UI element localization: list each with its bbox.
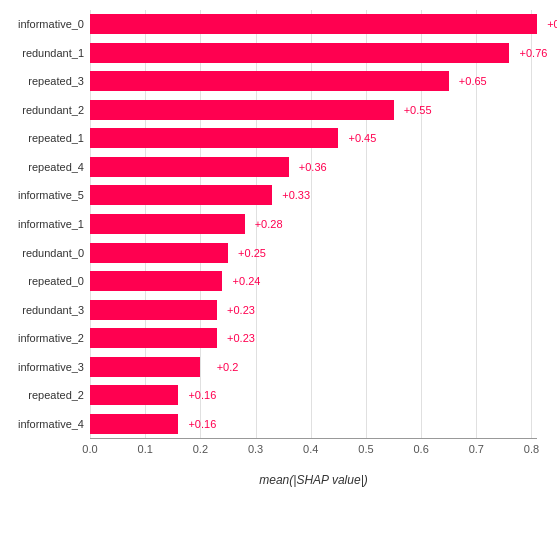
bar-row: redundant_3+0.23: [90, 295, 537, 324]
bar-value: +0.23: [227, 332, 255, 344]
bar-fill: +0.45: [90, 128, 338, 148]
bar-label: repeated_3: [0, 75, 90, 87]
bar-row: repeated_2+0.16: [90, 381, 537, 410]
x-axis-label: mean(|SHAP value|): [90, 473, 537, 487]
x-tick: 0.2: [193, 443, 208, 455]
bar-label: informative_2: [0, 332, 90, 344]
bar-track: +0.36: [90, 157, 537, 177]
bar-fill: +0.28: [90, 214, 245, 234]
bar-value: +0.81: [547, 18, 557, 30]
bar-label: repeated_2: [0, 389, 90, 401]
bar-row: redundant_1+0.76: [90, 39, 537, 68]
x-tick: 0.8: [524, 443, 539, 455]
bar-value: +0.45: [348, 132, 376, 144]
bar-track: +0.16: [90, 385, 537, 405]
bar-row: informative_5+0.33: [90, 181, 537, 210]
bar-value: +0.16: [188, 389, 216, 401]
bar-fill: +0.33: [90, 185, 272, 205]
bar-value: +0.23: [227, 304, 255, 316]
bar-label: redundant_1: [0, 47, 90, 59]
bar-fill: +0.55: [90, 100, 394, 120]
bar-label: redundant_3: [0, 304, 90, 316]
x-tick: 0.6: [413, 443, 428, 455]
bar-row: repeated_3+0.65: [90, 67, 537, 96]
bar-track: +0.16: [90, 414, 537, 434]
bar-label: redundant_2: [0, 104, 90, 116]
bar-value: +0.28: [255, 218, 283, 230]
bar-track: +0.76: [90, 43, 537, 63]
bar-label: informative_4: [0, 418, 90, 430]
bar-row: repeated_4+0.36: [90, 153, 537, 182]
bar-track: +0.25: [90, 243, 537, 263]
bar-fill: +0.76: [90, 43, 509, 63]
bar-track: +0.28: [90, 214, 537, 234]
bar-fill: +0.81: [90, 14, 537, 34]
bar-value: +0.16: [188, 418, 216, 430]
bar-track: +0.45: [90, 128, 537, 148]
bar-fill: +0.24: [90, 271, 222, 291]
bar-fill: +0.23: [90, 300, 217, 320]
bar-track: +0.81: [90, 14, 537, 34]
bar-label: redundant_0: [0, 247, 90, 259]
bar-label: repeated_0: [0, 275, 90, 287]
bar-fill: +0.2: [90, 357, 200, 377]
bar-value: +0.76: [520, 47, 548, 59]
bar-fill: +0.36: [90, 157, 289, 177]
bar-value: +0.24: [233, 275, 261, 287]
bar-row: informative_2+0.23: [90, 324, 537, 353]
bar-label: informative_1: [0, 218, 90, 230]
bar-fill: +0.25: [90, 243, 228, 263]
chart-area: informative_0+0.81redundant_1+0.76repeat…: [90, 10, 537, 438]
bar-fill: +0.65: [90, 71, 449, 91]
bar-row: repeated_1+0.45: [90, 124, 537, 153]
bar-value: +0.2: [217, 361, 239, 373]
bar-row: redundant_2+0.55: [90, 96, 537, 125]
bar-row: informative_3+0.2: [90, 352, 537, 381]
bar-row: informative_4+0.16: [90, 409, 537, 438]
bar-label: informative_5: [0, 189, 90, 201]
bar-track: +0.55: [90, 100, 537, 120]
bar-value: +0.65: [459, 75, 487, 87]
bar-value: +0.36: [299, 161, 327, 173]
x-tick: 0.5: [358, 443, 373, 455]
x-axis: 0.00.10.20.30.40.50.60.70.8: [90, 438, 537, 468]
bar-fill: +0.16: [90, 385, 178, 405]
bar-row: informative_1+0.28: [90, 210, 537, 239]
x-tick: 0.1: [138, 443, 153, 455]
bar-row: redundant_0+0.25: [90, 238, 537, 267]
chart-container: informative_0+0.81redundant_1+0.76repeat…: [0, 0, 557, 537]
x-tick: 0.7: [469, 443, 484, 455]
bar-row: informative_0+0.81: [90, 10, 537, 39]
bar-track: +0.2: [90, 357, 537, 377]
bar-label: repeated_1: [0, 132, 90, 144]
bar-track: +0.65: [90, 71, 537, 91]
x-tick: 0.3: [248, 443, 263, 455]
bar-track: +0.24: [90, 271, 537, 291]
x-tick: 0.4: [303, 443, 318, 455]
bar-track: +0.23: [90, 328, 537, 348]
bar-label: repeated_4: [0, 161, 90, 173]
bar-track: +0.23: [90, 300, 537, 320]
bar-fill: +0.16: [90, 414, 178, 434]
bar-label: informative_0: [0, 18, 90, 30]
bar-label: informative_3: [0, 361, 90, 373]
bar-fill: +0.23: [90, 328, 217, 348]
bar-track: +0.33: [90, 185, 537, 205]
bar-value: +0.33: [282, 189, 310, 201]
bar-row: repeated_0+0.24: [90, 267, 537, 296]
bar-value: +0.25: [238, 247, 266, 259]
x-tick: 0.0: [82, 443, 97, 455]
bar-value: +0.55: [404, 104, 432, 116]
